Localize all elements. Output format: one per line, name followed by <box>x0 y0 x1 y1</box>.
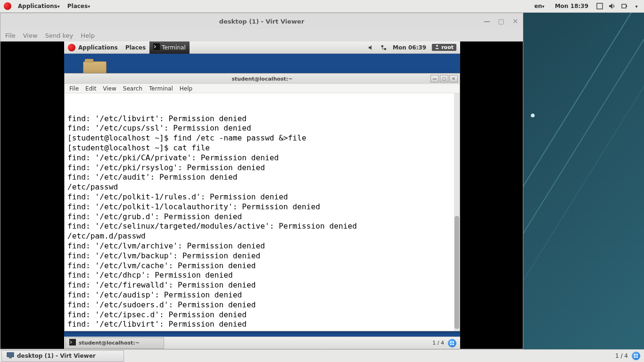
terminal-menu-terminal[interactable]: Terminal <box>149 85 173 92</box>
close-button[interactable]: ✕ <box>512 17 519 25</box>
terminal-line: [student@localhost ~]$ find /etc -name p… <box>67 133 457 143</box>
guest-user-badge[interactable]: root <box>432 44 456 51</box>
host-workspace-indicator: 1 / 4 <box>615 353 628 359</box>
terminal-line: find: '/etc/lvm/backup': Permission deni… <box>67 251 457 261</box>
host-applications-menu[interactable]: Applications <box>15 3 63 9</box>
maximize-button[interactable]: ▢ <box>497 17 505 25</box>
terminal-menu-search[interactable]: Search <box>123 85 142 92</box>
terminal-line: find: '/etc/libvirt': Permission denied <box>67 320 457 329</box>
terminal-line: find: '/etc/sudoers.d': Permission denie… <box>67 300 457 310</box>
guest-screen: Applications Places Terminal <box>0 41 523 349</box>
terminal-line: find: '/etc/dhcp': Permission denied <box>67 271 457 280</box>
virt-menu-view[interactable]: View <box>23 32 38 39</box>
terminal-icon <box>153 43 160 51</box>
guest-topbar: Applications Places Terminal <box>64 41 460 54</box>
terminal-line: /etc/pam.d/passwd <box>67 231 457 241</box>
user-icon <box>435 44 439 50</box>
guest-workspace-switcher[interactable] <box>448 339 456 347</box>
terminal-line: find: '/etc/selinux/targeted/modules/act… <box>67 222 457 231</box>
minimize-button[interactable]: — <box>483 17 491 25</box>
terminal-menu-file[interactable]: File <box>69 85 79 92</box>
virt-menubar: File View Send key Help <box>0 29 523 41</box>
terminal-window: student@localhost:~ — □ ✕ File Edit View… <box>64 73 460 331</box>
svg-rect-5 <box>381 45 383 47</box>
terminal-menu-help[interactable]: Help <box>180 85 192 92</box>
guest-applications-menu[interactable]: Applications <box>64 41 122 54</box>
svg-rect-14 <box>9 357 12 358</box>
terminal-line: find: '/etc/grub.d': Permission denied <box>67 212 457 222</box>
terminal-line: find: '/etc/polkit-1/localauthority': Pe… <box>67 202 457 212</box>
svg-rect-6 <box>384 48 386 50</box>
guest-desktop: Applications Places Terminal <box>64 41 460 349</box>
svg-rect-10 <box>453 341 454 343</box>
terminal-line: find: '/etc/cups/ssl': Permission denied <box>67 329 457 331</box>
terminal-line: find: '/etc/lvm/archive': Permission den… <box>67 241 457 251</box>
terminal-title: student@localhost:~ <box>232 76 293 82</box>
terminal-line: find: '/etc/polkit-1/rules.d': Permissio… <box>67 192 457 202</box>
svg-rect-16 <box>636 354 638 355</box>
terminal-line: find: '/etc/audisp': Permission denied <box>67 290 457 300</box>
virt-menu-sendkey[interactable]: Send key <box>45 32 74 39</box>
host-language-indicator[interactable]: en <box>531 3 547 9</box>
terminal-scrollbar[interactable] <box>454 93 460 331</box>
svg-rect-3 <box>626 5 627 7</box>
terminal-scroll-thumb[interactable] <box>454 216 459 329</box>
svg-rect-18 <box>636 356 638 358</box>
fedora-icon <box>4 2 11 10</box>
fedora-icon <box>68 44 75 51</box>
host-clock[interactable]: Mon 18:39 <box>552 3 591 9</box>
guest-terminal-label: Terminal <box>162 44 186 51</box>
battery-icon[interactable] <box>620 2 628 10</box>
terminal-menu-view[interactable]: View <box>103 85 116 92</box>
host-task-label: desktop (1) - Virt Viewer <box>17 353 96 359</box>
svg-rect-13 <box>7 353 14 357</box>
terminal-close-button[interactable]: ✕ <box>449 75 458 82</box>
guest-user-label: root <box>441 44 454 50</box>
svg-rect-15 <box>634 354 636 355</box>
volume-icon[interactable] <box>608 2 616 10</box>
terminal-line: find: '/etc/firewalld': Permission denie… <box>67 280 457 290</box>
terminal-line: find: '/etc/pki/rsyslog': Permission den… <box>67 163 457 173</box>
svg-point-7 <box>436 45 438 47</box>
accessibility-icon[interactable] <box>596 2 603 10</box>
terminal-titlebar[interactable]: student@localhost:~ — □ ✕ <box>65 74 460 84</box>
host-bottombar: desktop (1) - Virt Viewer 1 / 4 <box>0 349 644 362</box>
virt-menu-help[interactable]: Help <box>81 32 95 39</box>
svg-rect-17 <box>634 356 636 358</box>
terminal-line: find: '/etc/cups/ssl': Permission denied <box>67 123 457 133</box>
guest-task-terminal[interactable]: student@localhost:~ <box>65 337 164 349</box>
host-task-virtviewer[interactable]: desktop (1) - Virt Viewer <box>1 350 124 362</box>
terminal-line: find: '/etc/audit': Permission denied <box>67 173 457 182</box>
monitor-icon <box>7 352 14 361</box>
power-menu-icon[interactable] <box>633 2 640 10</box>
guest-clock[interactable]: Mon 06:39 <box>393 44 426 51</box>
guest-task-label: student@localhost:~ <box>79 340 140 346</box>
host-workspace-switcher[interactable] <box>632 352 640 360</box>
desktop-wallpaper-lines <box>523 13 644 349</box>
terminal-minimize-button[interactable]: — <box>430 75 439 82</box>
svg-rect-12 <box>453 344 454 345</box>
svg-rect-9 <box>450 341 452 343</box>
terminal-line: /etc/passwd <box>67 182 457 192</box>
terminal-line: find: '/etc/libvirt': Permission denied <box>67 114 457 124</box>
terminal-line: find: '/etc/lvm/cache': Permission denie… <box>67 261 457 271</box>
terminal-menu-edit[interactable]: Edit <box>85 85 96 92</box>
virt-titlebar[interactable]: desktop (1) - Virt Viewer — ▢ ✕ <box>0 13 523 29</box>
guest-terminal-launcher[interactable]: Terminal <box>149 41 190 54</box>
terminal-line: [student@localhost ~]$ cat file <box>67 143 457 153</box>
guest-workspace-indicator: 1 / 4 <box>432 340 444 346</box>
terminal-line: find: '/etc/ipsec.d': Permission denied <box>67 310 457 320</box>
virt-viewer-window: desktop (1) - Virt Viewer — ▢ ✕ File Vie… <box>0 13 523 349</box>
svg-rect-8 <box>69 339 76 346</box>
network-icon[interactable] <box>380 44 387 51</box>
virt-title: desktop (1) - Virt Viewer <box>219 18 305 25</box>
host-topbar: Applications Places en Mon 18:39 <box>0 0 644 13</box>
terminal-maximize-button[interactable]: □ <box>440 75 448 82</box>
guest-applications-label: Applications <box>78 44 118 51</box>
virt-menu-file[interactable]: File <box>5 32 16 39</box>
terminal-body[interactable]: find: '/etc/libvirt': Permission deniedf… <box>65 93 460 331</box>
volume-icon[interactable] <box>368 44 375 51</box>
guest-places-menu[interactable]: Places <box>122 41 149 54</box>
host-places-menu[interactable]: Places <box>65 3 93 9</box>
svg-rect-11 <box>450 344 452 345</box>
